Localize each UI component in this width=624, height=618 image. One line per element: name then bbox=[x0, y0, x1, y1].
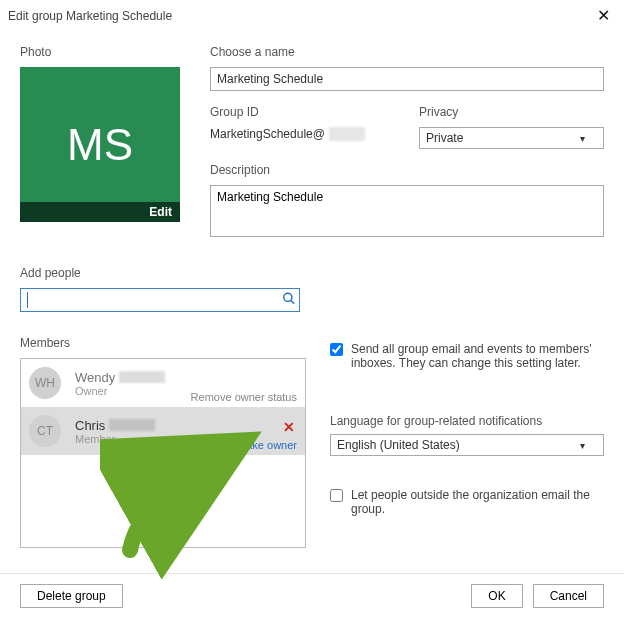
group-photo: MS Edit bbox=[20, 67, 180, 222]
members-label: Members bbox=[20, 336, 306, 350]
group-id-text: MarketingSchedule@ bbox=[210, 127, 325, 141]
external-email-checkbox-row[interactable]: Let people outside the organization emai… bbox=[330, 488, 604, 516]
send-email-label: Send all group email and events to membe… bbox=[351, 342, 604, 370]
group-id-label: Group ID bbox=[210, 105, 395, 119]
group-name-input[interactable] bbox=[210, 67, 604, 91]
language-value: English (United States) bbox=[337, 438, 460, 452]
description-input[interactable] bbox=[210, 185, 604, 237]
remove-member-icon[interactable]: ✕ bbox=[283, 419, 295, 435]
member-surname-redacted bbox=[109, 419, 155, 431]
external-email-checkbox[interactable] bbox=[330, 489, 343, 502]
send-email-checkbox[interactable] bbox=[330, 343, 343, 356]
member-name: Chris bbox=[75, 418, 297, 433]
svg-point-0 bbox=[284, 293, 292, 301]
svg-line-1 bbox=[291, 300, 295, 304]
close-icon[interactable]: ✕ bbox=[593, 6, 614, 25]
text-cursor bbox=[27, 292, 28, 308]
privacy-value: Private bbox=[426, 131, 463, 145]
description-label: Description bbox=[210, 163, 604, 177]
photo-label: Photo bbox=[20, 45, 180, 59]
send-email-checkbox-row[interactable]: Send all group email and events to membe… bbox=[330, 342, 604, 370]
edit-photo-button[interactable]: Edit bbox=[20, 202, 180, 222]
group-id-value: MarketingSchedule@ bbox=[210, 127, 395, 141]
avatar: CT bbox=[29, 415, 61, 447]
edit-group-dialog: Edit group Marketing Schedule ✕ Photo MS… bbox=[0, 0, 624, 618]
language-select[interactable]: English (United States) ▾ bbox=[330, 434, 604, 456]
chevron-down-icon: ▾ bbox=[580, 133, 585, 144]
member-row[interactable]: CT Chris Member ✕ Make owner bbox=[21, 407, 305, 455]
privacy-label: Privacy bbox=[419, 105, 604, 119]
dialog-footer: Delete group OK Cancel bbox=[0, 573, 624, 618]
name-label: Choose a name bbox=[210, 45, 604, 59]
language-label: Language for group-related notifications bbox=[330, 414, 604, 428]
avatar: WH bbox=[29, 367, 61, 399]
member-row[interactable]: WH Wendy Owner Remove owner status bbox=[21, 359, 305, 407]
privacy-select[interactable]: Private ▾ bbox=[419, 127, 604, 149]
add-people-input[interactable] bbox=[20, 288, 300, 312]
titlebar: Edit group Marketing Schedule ✕ bbox=[0, 0, 624, 31]
ok-button[interactable]: OK bbox=[471, 584, 522, 608]
group-id-domain-redacted bbox=[329, 127, 365, 141]
chevron-down-icon: ▾ bbox=[580, 440, 585, 451]
photo-initials: MS bbox=[67, 120, 133, 170]
member-name: Wendy bbox=[75, 370, 297, 385]
member-surname-redacted bbox=[119, 371, 165, 383]
remove-owner-status-link[interactable]: Remove owner status bbox=[191, 391, 297, 403]
cancel-button[interactable]: Cancel bbox=[533, 584, 604, 608]
make-owner-link[interactable]: Make owner bbox=[237, 439, 297, 451]
search-icon[interactable] bbox=[282, 292, 296, 309]
add-people-label: Add people bbox=[20, 266, 604, 280]
external-email-label: Let people outside the organization emai… bbox=[351, 488, 604, 516]
members-list: WH Wendy Owner Remove owner status CT bbox=[20, 358, 306, 548]
dialog-title: Edit group Marketing Schedule bbox=[8, 9, 172, 23]
delete-group-button[interactable]: Delete group bbox=[20, 584, 123, 608]
